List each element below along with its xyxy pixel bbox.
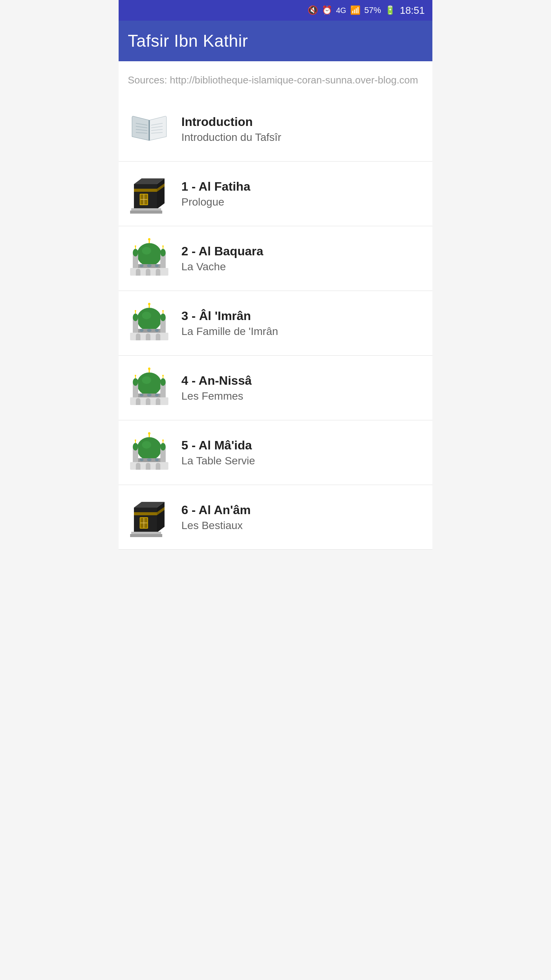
list-item[interactable]: 5 - Al Mâ'ida La Table Servie: [119, 420, 432, 485]
svg-point-51: [147, 329, 152, 332]
svg-point-57: [148, 368, 150, 370]
svg-point-64: [160, 378, 166, 386]
item-title: 1 - Al Fatiha: [181, 180, 425, 194]
dome-icon: [126, 365, 172, 411]
svg-point-47: [160, 314, 166, 321]
status-icons: 🔇 ⏰ 4G 📶 57% 🔋: [308, 5, 395, 15]
battery-icon: 🔋: [385, 5, 395, 15]
svg-point-81: [160, 443, 166, 451]
svg-point-79: [135, 439, 136, 441]
item-subtitle: La Table Servie: [181, 455, 425, 467]
kaaba-icon: [126, 494, 172, 540]
mute-icon: 🔇: [308, 5, 318, 15]
svg-point-52: [140, 329, 143, 332]
list-item[interactable]: 3 - Âl 'Imrân La Famille de 'Imrân: [119, 291, 432, 356]
svg-point-28: [135, 245, 136, 247]
list-item[interactable]: 1 - Al Fatiha Prologue: [119, 162, 432, 226]
svg-point-66: [162, 375, 164, 376]
item-title: 4 - An-Nissâ: [181, 374, 425, 388]
item-text: 4 - An-Nissâ Les Femmes: [181, 374, 425, 402]
svg-point-20: [137, 243, 161, 266]
svg-point-72: [142, 441, 151, 449]
svg-point-34: [147, 264, 152, 267]
item-subtitle: Prologue: [181, 196, 425, 208]
signal-icon: 📶: [350, 5, 360, 15]
svg-point-69: [140, 394, 143, 397]
item-title: Introduction: [181, 115, 425, 129]
svg-point-60: [133, 378, 138, 386]
svg-point-43: [133, 314, 138, 321]
item-subtitle: Les Femmes: [181, 390, 425, 402]
status-bar: 🔇 ⏰ 4G 📶 57% 🔋 18:51: [119, 0, 432, 21]
svg-point-68: [147, 394, 152, 397]
dome-icon: [126, 300, 172, 346]
svg-point-38: [142, 312, 151, 319]
app-bar: Tafsir Ibn Kathir: [119, 21, 432, 61]
svg-point-70: [155, 394, 159, 397]
svg-point-85: [147, 458, 152, 461]
svg-point-87: [155, 458, 159, 461]
item-title: 6 - Al An'âm: [181, 503, 425, 517]
network-icon: 4G: [336, 6, 346, 15]
svg-point-40: [148, 303, 150, 305]
svg-rect-91: [134, 512, 157, 515]
svg-rect-98: [130, 534, 162, 537]
battery-text: 57%: [364, 5, 381, 15]
items-list: Introduction Introduction du Tafsîr: [119, 97, 432, 550]
svg-point-62: [135, 375, 136, 376]
dome-icon: [126, 430, 172, 475]
item-title: 5 - Al Mâ'ida: [181, 438, 425, 452]
item-text: Introduction Introduction du Tafsîr: [181, 115, 425, 144]
dome-icon: [126, 235, 172, 281]
svg-rect-19: [130, 211, 162, 214]
item-title: 2 - Al Baquara: [181, 244, 425, 258]
item-text: 6 - Al An'âm Les Bestiaux: [181, 503, 425, 532]
status-time: 18:51: [400, 5, 425, 16]
svg-point-36: [155, 264, 159, 267]
item-subtitle: La Vache: [181, 261, 425, 273]
app-title: Tafsir Ibn Kathir: [128, 31, 423, 51]
book-icon: [126, 106, 172, 152]
item-subtitle: La Famille de 'Imrân: [181, 325, 425, 338]
item-text: 1 - Al Fatiha Prologue: [181, 180, 425, 208]
item-text: 3 - Âl 'Imrân La Famille de 'Imrân: [181, 309, 425, 338]
list-item[interactable]: 4 - An-Nissâ Les Femmes: [119, 356, 432, 420]
sources-text: Sources: http://bibliotheque-islamique-c…: [119, 61, 432, 97]
svg-point-30: [160, 249, 166, 256]
svg-point-77: [133, 443, 138, 451]
kaaba-icon: [126, 171, 172, 217]
svg-point-55: [142, 376, 151, 384]
svg-point-83: [162, 439, 164, 441]
svg-point-26: [133, 249, 138, 256]
list-item[interactable]: 2 - Al Baquara La Vache: [119, 226, 432, 291]
svg-point-32: [162, 245, 164, 247]
svg-point-49: [162, 310, 164, 312]
main-content: Sources: http://bibliotheque-islamique-c…: [119, 61, 432, 550]
svg-point-54: [137, 372, 161, 395]
svg-point-37: [137, 308, 161, 331]
svg-point-21: [142, 247, 151, 255]
item-subtitle: Introduction du Tafsîr: [181, 131, 425, 144]
svg-point-74: [148, 432, 150, 434]
svg-point-23: [148, 238, 150, 240]
svg-point-71: [137, 437, 161, 460]
svg-point-45: [135, 310, 136, 312]
list-item[interactable]: 6 - Al An'âm Les Bestiaux: [119, 485, 432, 550]
svg-point-86: [140, 458, 143, 461]
list-item[interactable]: Introduction Introduction du Tafsîr: [119, 97, 432, 162]
svg-point-53: [155, 329, 159, 332]
item-text: 2 - Al Baquara La Vache: [181, 244, 425, 273]
item-title: 3 - Âl 'Imrân: [181, 309, 425, 323]
svg-point-35: [140, 264, 143, 267]
item-subtitle: Les Bestiaux: [181, 519, 425, 532]
alarm-icon: ⏰: [322, 5, 332, 15]
svg-rect-12: [134, 189, 157, 192]
item-text: 5 - Al Mâ'ida La Table Servie: [181, 438, 425, 467]
